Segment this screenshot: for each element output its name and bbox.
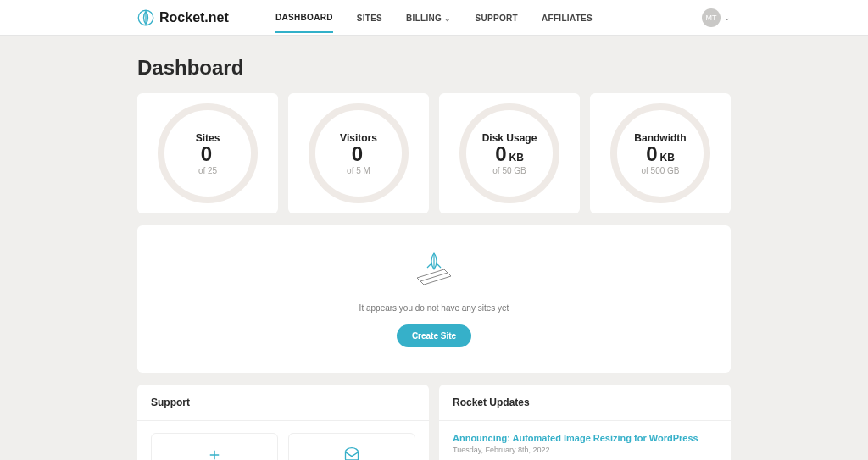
empty-state: It appears you do not have any sites yet… (137, 225, 731, 373)
updates-panel-title: Rocket Updates (439, 385, 731, 421)
stat-unit: KB (509, 152, 524, 163)
nav-billing[interactable]: BILLING ⌄ (406, 2, 451, 33)
main-content: Dashboard Sites 0 of 25 Visitors 0 of 5 … (137, 36, 731, 460)
empty-message: It appears you do not have any sites yet (359, 303, 509, 313)
support-panel-title: Support (137, 385, 429, 421)
stat-ring: Disk Usage 0 KB of 50 GB (459, 103, 559, 203)
stat-sub: of 5 M (347, 166, 370, 175)
stat-ring: Visitors 0 of 5 M (309, 103, 409, 203)
lower-row: Support (137, 385, 731, 460)
rocket-logo-icon (137, 9, 154, 26)
nav-support-label: SUPPORT (476, 14, 518, 23)
brand-logo[interactable]: Rocket.net (137, 9, 229, 26)
update-date: Tuesday, February 8th, 2022 (453, 446, 717, 454)
nav-support[interactable]: SUPPORT (476, 2, 518, 33)
nav-sites-label: SITES (357, 14, 382, 23)
stat-card-sites: Sites 0 of 25 (137, 93, 278, 213)
nav-affiliates[interactable]: AFFILIATES (542, 2, 593, 33)
stat-unit: KB (660, 152, 675, 163)
chevron-down-icon: ⌄ (444, 14, 451, 23)
page-title: Dashboard (137, 56, 731, 80)
nav-sites[interactable]: SITES (357, 2, 382, 33)
user-menu[interactable]: MT ⌄ (702, 8, 731, 27)
stat-value: 0 (201, 144, 212, 164)
stat-value: 0 (352, 144, 363, 164)
create-site-button[interactable]: Create Site (397, 324, 471, 347)
stat-value: 0 (646, 144, 657, 164)
stat-sub: of 50 GB (492, 166, 526, 175)
update-item: Announcing: Automated Image Resizing for… (453, 433, 717, 454)
avatar: MT (702, 8, 721, 27)
topbar: Rocket.net DASHBOARD SITES BILLING ⌄ SUP… (0, 0, 868, 36)
updates-panel: Rocket Updates Announcing: Automated Ima… (439, 385, 731, 460)
stat-card-bandwidth: Bandwidth 0 KB of 500 GB (590, 93, 731, 213)
email-support-button[interactable] (288, 433, 415, 460)
stat-sub: of 500 GB (641, 166, 679, 175)
new-ticket-button[interactable] (151, 433, 278, 460)
stats-row: Sites 0 of 25 Visitors 0 of 5 M Disk Usa… (137, 93, 731, 213)
envelope-icon (343, 446, 360, 460)
update-link[interactable]: Announcing: Automated Image Resizing for… (453, 433, 717, 443)
stat-card-disk: Disk Usage 0 KB of 50 GB (439, 93, 580, 213)
stat-title: Bandwidth (634, 132, 686, 144)
support-panel: Support (137, 385, 429, 460)
plus-icon (207, 447, 222, 460)
brand-name: Rocket.net (159, 10, 229, 25)
stat-ring: Sites 0 of 25 (158, 103, 258, 203)
stat-title: Disk Usage (482, 132, 537, 144)
nav-dashboard[interactable]: DASHBOARD (275, 2, 333, 33)
stat-ring: Bandwidth 0 KB of 500 GB (610, 103, 710, 203)
top-nav: DASHBOARD SITES BILLING ⌄ SUPPORT AFFILI… (275, 2, 593, 33)
stat-sub: of 25 (198, 166, 217, 175)
stat-value: 0 (495, 144, 506, 164)
stat-card-visitors: Visitors 0 of 5 M (288, 93, 429, 213)
nav-dashboard-label: DASHBOARD (275, 13, 333, 22)
chevron-down-icon: ⌄ (724, 14, 731, 22)
nav-billing-label: BILLING (406, 14, 442, 23)
nav-affiliates-label: AFFILIATES (542, 14, 593, 23)
laptop-rocket-icon (409, 249, 459, 291)
